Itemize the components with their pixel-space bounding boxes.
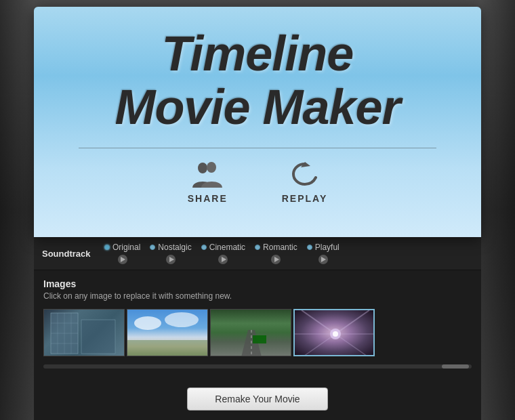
svg-point-12 — [165, 312, 199, 327]
option-nostalgic[interactable]: Nostalgic — [150, 243, 191, 264]
app-title-line2: Movie Maker — [115, 81, 400, 134]
radio-cinematic — [201, 245, 207, 250]
radio-playful — [307, 245, 312, 250]
option-original-label: Original — [112, 243, 140, 252]
svg-rect-4 — [81, 320, 115, 354]
share-button[interactable]: SHARE — [188, 159, 228, 204]
svg-point-1 — [207, 162, 216, 173]
app-title: Timeline Movie Maker — [115, 27, 400, 134]
share-icon — [190, 159, 224, 189]
option-cinematic[interactable]: Cinematic — [201, 243, 245, 264]
thumb-sky[interactable] — [127, 309, 208, 356]
app-title-line1: Timeline — [115, 27, 400, 81]
svg-line-17 — [302, 310, 335, 334]
thumb-building-img — [44, 310, 124, 356]
radio-nostalgic — [150, 245, 155, 250]
scroll-track[interactable] — [43, 364, 472, 369]
replay-label: REPLAY — [282, 193, 328, 204]
soundtrack-label: Soundtrack — [42, 249, 96, 259]
remake-button[interactable]: Remake Your Movie — [187, 387, 327, 411]
svg-rect-13 — [127, 340, 208, 356]
option-nostalgic-label: Nostalgic — [158, 243, 191, 252]
replay-icon — [288, 159, 322, 189]
soundtrack-options: Original Nostalgic Cinematic — [104, 243, 339, 264]
option-original[interactable]: Original — [104, 243, 140, 264]
option-romantic-label: Romantic — [263, 243, 297, 252]
svg-line-18 — [335, 310, 369, 334]
svg-point-0 — [198, 163, 207, 173]
remake-section: Remake Your Movie — [34, 381, 481, 420]
svg-point-11 — [134, 316, 161, 330]
share-label: SHARE — [188, 193, 228, 204]
thumb-building[interactable] — [43, 309, 125, 356]
play-playful[interactable] — [318, 255, 328, 264]
svg-line-22 — [335, 334, 369, 356]
thumb-road-img — [211, 310, 291, 356]
hero-panel: Timeline Movie Maker SHA — [34, 7, 481, 237]
svg-line-21 — [302, 334, 335, 356]
option-cinematic-label: Cinematic — [209, 243, 245, 252]
control-panel: Soundtrack Original Nostalgic — [34, 237, 481, 420]
thumb-road[interactable] — [210, 309, 291, 356]
radio-romantic — [255, 245, 260, 250]
thumb-light-img — [295, 310, 373, 355]
images-strip — [43, 309, 472, 360]
thumb-light[interactable] — [293, 309, 375, 356]
action-buttons: SHARE REPLAY — [188, 159, 328, 204]
play-original[interactable] — [118, 255, 127, 264]
soundtrack-bar: Soundtrack Original Nostalgic — [34, 237, 481, 270]
play-nostalgic[interactable] — [166, 255, 176, 264]
play-cinematic[interactable] — [218, 255, 228, 264]
thumb-sky-img — [127, 310, 207, 356]
images-title: Images — [43, 278, 472, 289]
images-section: Images Click on any image to replace it … — [34, 270, 481, 381]
main-container: Timeline Movie Maker SHA — [34, 7, 481, 420]
title-divider — [79, 148, 436, 148]
scroll-thumb[interactable] — [442, 364, 469, 369]
play-romantic[interactable] — [271, 255, 281, 264]
svg-rect-16 — [253, 335, 266, 343]
option-romantic[interactable]: Romantic — [255, 243, 297, 264]
radio-original — [104, 245, 110, 250]
replay-button[interactable]: REPLAY — [282, 159, 328, 204]
svg-point-24 — [333, 331, 338, 337]
option-playful-label: Playful — [315, 243, 339, 252]
images-subtitle: Click on any image to replace it with so… — [43, 291, 472, 301]
option-playful[interactable]: Playful — [307, 243, 339, 264]
